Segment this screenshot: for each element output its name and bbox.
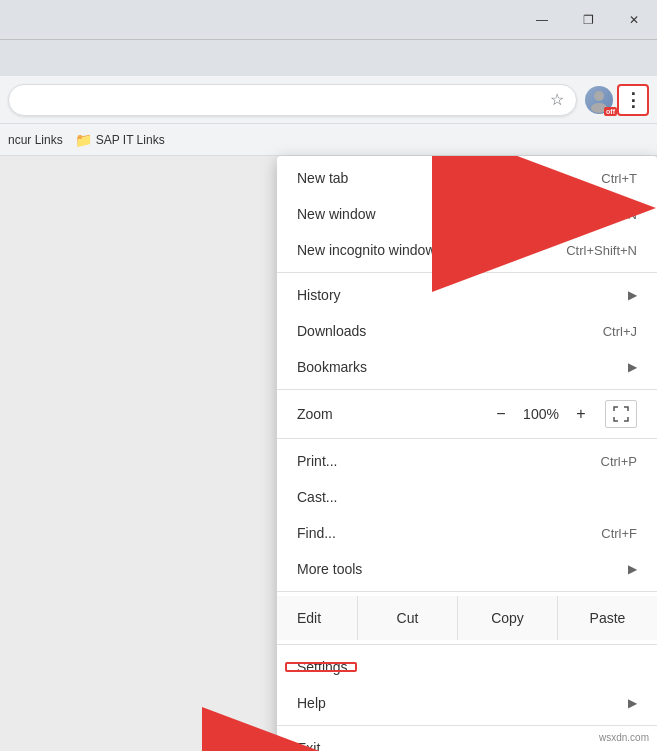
arrow-icon: ▶ bbox=[628, 288, 637, 302]
menu-item-label: Cast... bbox=[297, 489, 637, 505]
menu-item-label: More tools bbox=[297, 561, 628, 577]
toolbar-icons: off ⋮ bbox=[585, 84, 649, 116]
address-bar[interactable]: ☆ bbox=[8, 84, 577, 116]
edit-label: Edit bbox=[277, 602, 357, 634]
title-bar: — ❐ ✕ bbox=[0, 0, 657, 40]
bookmark-ncur-links[interactable]: ncur Links bbox=[8, 133, 63, 147]
menu-item-more-tools[interactable]: More tools ▶ bbox=[277, 551, 657, 587]
folder-icon: 📁 bbox=[75, 132, 92, 148]
menu-divider bbox=[277, 389, 657, 390]
zoom-value: 100% bbox=[517, 406, 565, 422]
profile-icon-container: off bbox=[585, 86, 613, 114]
tab-bar bbox=[0, 40, 657, 76]
paste-button[interactable]: Paste bbox=[557, 596, 657, 640]
chrome-menu-button[interactable]: ⋮ bbox=[617, 84, 649, 116]
arrow-icon: ▶ bbox=[628, 696, 637, 710]
fullscreen-button[interactable] bbox=[605, 400, 637, 428]
menu-item-help[interactable]: Help ▶ bbox=[277, 685, 657, 721]
zoom-label: Zoom bbox=[297, 406, 485, 422]
watermark: wsxdn.com bbox=[599, 732, 649, 743]
menu-divider bbox=[277, 438, 657, 439]
menu-item-label: New window bbox=[297, 206, 560, 222]
menu-item-downloads[interactable]: Downloads Ctrl+J bbox=[277, 313, 657, 349]
restore-button[interactable]: ❐ bbox=[565, 0, 611, 40]
zoom-in-button[interactable]: + bbox=[565, 400, 597, 428]
svg-point-0 bbox=[594, 91, 604, 101]
menu-item-label: New tab bbox=[297, 170, 561, 186]
zoom-row: Zoom − 100% + bbox=[277, 394, 657, 434]
menu-item-new-window[interactable]: New window Ctrl+N bbox=[277, 196, 657, 232]
menu-item-new-tab[interactable]: New tab Ctrl+T bbox=[277, 160, 657, 196]
zoom-out-button[interactable]: − bbox=[485, 400, 517, 428]
menu-item-label: New incognito window bbox=[297, 242, 526, 258]
arrow-icon: ▶ bbox=[628, 562, 637, 576]
cut-button[interactable]: Cut bbox=[357, 596, 457, 640]
menu-item-incognito[interactable]: New incognito window Ctrl+Shift+N bbox=[277, 232, 657, 268]
menu-item-label: Find... bbox=[297, 525, 561, 541]
dropdown-menu-panel: New tab Ctrl+T New window Ctrl+N New inc… bbox=[277, 156, 657, 751]
close-button[interactable]: ✕ bbox=[611, 0, 657, 40]
shortcut-print: Ctrl+P bbox=[601, 454, 637, 469]
menu-item-label: Help bbox=[297, 695, 628, 711]
menu-divider bbox=[277, 725, 657, 726]
menu-item-label: Exit bbox=[297, 740, 637, 751]
shortcut-downloads: Ctrl+J bbox=[603, 324, 637, 339]
menu-item-print[interactable]: Print... Ctrl+P bbox=[277, 443, 657, 479]
edit-row: Edit Cut Copy Paste bbox=[277, 596, 657, 640]
extension-off-badge: off bbox=[604, 107, 617, 116]
shortcut-new-window: Ctrl+N bbox=[600, 207, 637, 222]
zoom-controls: − 100% + bbox=[485, 400, 637, 428]
bookmark-bar: ncur Links 📁 SAP IT Links bbox=[0, 124, 657, 156]
menu-divider bbox=[277, 272, 657, 273]
shortcut-new-tab: Ctrl+T bbox=[601, 171, 637, 186]
content-area: New tab Ctrl+T New window Ctrl+N New inc… bbox=[0, 156, 657, 751]
shortcut-incognito: Ctrl+Shift+N bbox=[566, 243, 637, 258]
shortcut-find: Ctrl+F bbox=[601, 526, 637, 541]
menu-divider bbox=[277, 591, 657, 592]
menu-item-history[interactable]: History ▶ bbox=[277, 277, 657, 313]
bookmark-label: SAP IT Links bbox=[96, 133, 165, 147]
menu-item-label: Print... bbox=[297, 453, 561, 469]
menu-divider bbox=[277, 644, 657, 645]
bookmark-sap-links[interactable]: 📁 SAP IT Links bbox=[75, 132, 165, 148]
menu-item-cast[interactable]: Cast... bbox=[277, 479, 657, 515]
menu-item-label: Downloads bbox=[297, 323, 563, 339]
arrow-icon: ▶ bbox=[628, 360, 637, 374]
menu-item-label: History bbox=[297, 287, 628, 303]
browser-window: — ❐ ✕ ☆ off ⋮ bbox=[0, 0, 657, 751]
menu-item-find[interactable]: Find... Ctrl+F bbox=[277, 515, 657, 551]
window-controls: — ❐ ✕ bbox=[519, 0, 657, 40]
copy-button[interactable]: Copy bbox=[457, 596, 557, 640]
bookmark-label: ncur Links bbox=[8, 133, 63, 147]
menu-item-settings[interactable]: Settings bbox=[277, 649, 657, 685]
minimize-button[interactable]: — bbox=[519, 0, 565, 40]
star-icon[interactable]: ☆ bbox=[550, 90, 564, 109]
address-bar-row: ☆ off ⋮ bbox=[0, 76, 657, 124]
menu-item-label: Bookmarks bbox=[297, 359, 628, 375]
menu-item-bookmarks[interactable]: Bookmarks ▶ bbox=[277, 349, 657, 385]
menu-item-label: Settings bbox=[297, 659, 637, 675]
